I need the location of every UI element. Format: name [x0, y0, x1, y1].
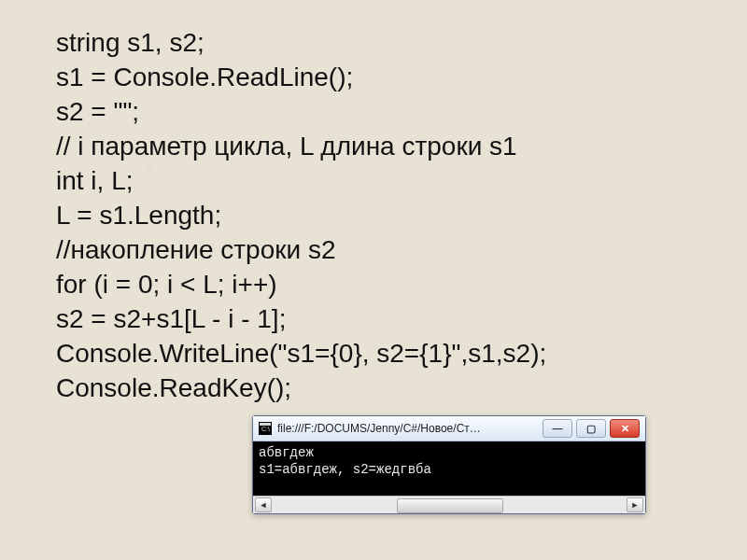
code-line: for (i = 0; i < L; i++) — [56, 270, 277, 299]
close-icon: ✕ — [621, 424, 629, 434]
scroll-left-button[interactable]: ◄ — [255, 497, 272, 512]
code-line: Console.ReadKey(); — [56, 373, 291, 402]
window-title: file:///F:/DOCUMS/Jenny/C#/Новое/Ст… — [277, 422, 537, 435]
close-button[interactable]: ✕ — [610, 419, 640, 438]
window-buttons: — ▢ ✕ — [543, 419, 640, 438]
minimize-button[interactable]: — — [543, 419, 572, 438]
code-line: string s1, s2; — [56, 28, 204, 57]
console-app-icon: C:\ — [259, 422, 272, 435]
scroll-thumb[interactable] — [397, 498, 503, 513]
scroll-track[interactable] — [275, 498, 624, 511]
code-line: Console.WriteLine("s1={0}, s2={1}",s1,s2… — [56, 339, 546, 368]
chevron-right-icon: ► — [631, 500, 640, 510]
horizontal-scrollbar[interactable]: ◄ ► — [253, 496, 645, 513]
svg-text:C:\: C:\ — [261, 426, 270, 432]
code-block: string s1, s2; s1 = Console.ReadLine(); … — [0, 0, 747, 405]
minimize-icon: — — [553, 424, 563, 434]
maximize-icon: ▢ — [586, 424, 596, 434]
code-line: s1 = Console.ReadLine(); — [56, 63, 353, 91]
code-line: s2 = s2+s1[L - i - 1]; — [56, 304, 286, 333]
console-line: s1=абвгдеж, s2=жедгвба — [259, 462, 431, 477]
code-line: //накопление строки s2 — [56, 235, 335, 264]
code-line: int i, L; — [56, 166, 133, 195]
console-line: абвгдеж — [259, 445, 314, 460]
scroll-right-button[interactable]: ► — [627, 497, 643, 512]
code-line: // i параметр цикла, L длина строки s1 — [56, 132, 517, 161]
window-titlebar[interactable]: C:\ file:///F:/DOCUMS/Jenny/C#/Новое/Ст…… — [253, 416, 645, 441]
maximize-button[interactable]: ▢ — [576, 419, 606, 438]
console-window: C:\ file:///F:/DOCUMS/Jenny/C#/Новое/Ст…… — [252, 415, 646, 514]
code-line: L = s1.Length; — [56, 201, 221, 230]
code-line: s2 = ""; — [56, 97, 139, 126]
chevron-left-icon: ◄ — [260, 500, 268, 510]
console-output: абвгдеж s1=абвгдеж, s2=жедгвба — [253, 441, 645, 496]
